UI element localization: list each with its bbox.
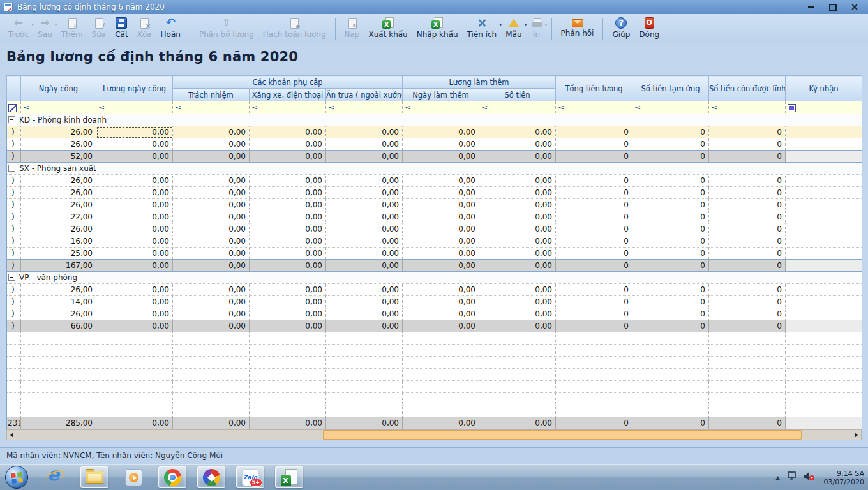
grid-cell-so_tien_tam_ung[interactable]: 0 [632, 138, 709, 151]
scroll-right-arrow[interactable] [850, 430, 861, 440]
grid-cell-ky_nhan[interactable] [786, 308, 862, 320]
grid-cell-trach_nhiem[interactable]: 0,00 [173, 175, 250, 187]
group-row-cell[interactable]: VP - văn phòng [7, 272, 862, 284]
grid-cell-so_tien_tam_ung[interactable]: 0 [632, 235, 709, 248]
feedback-button[interactable]: Phản hồi [557, 15, 599, 42]
hidden-icons-arrow[interactable]: ▲ [775, 475, 779, 480]
grid-cell-trach_nhiem[interactable]: 0,00 [173, 223, 250, 235]
delete-button[interactable]: Xóa [133, 15, 156, 42]
grid-cell-ngay_cong[interactable]: 26,00 [21, 175, 96, 187]
grid-cell-xang_xe_dien_thoai[interactable]: 0,00 [250, 284, 326, 296]
column-header-luong_ngay_cong[interactable]: Lương ngày công [96, 76, 173, 101]
grid-cell-so_tien[interactable]: 0,00 [479, 235, 556, 248]
taskbar-zalo[interactable]: 5+ [236, 466, 264, 488]
grid-cell-xang_xe_dien_thoai[interactable]: 0,00 [250, 296, 326, 308]
help-button[interactable]: Giúp [608, 15, 634, 42]
add-button[interactable]: Thêm [57, 15, 87, 42]
grid-cell-so_tien[interactable]: 0,00 [479, 138, 556, 151]
grid-cell-so_tien_con_duoc_linh[interactable]: 0 [709, 126, 786, 138]
grid-cell-so_tien[interactable]: 0,00 [479, 284, 556, 296]
grid-cell-trach_nhiem[interactable]: 0,00 [173, 296, 250, 308]
taskbar-clock[interactable]: 9:14 SA 03/07/2020 [821, 470, 864, 486]
grid-cell-trach_nhiem[interactable]: 0,00 [173, 235, 250, 248]
grid-cell-ngay_cong[interactable]: 26,00 [21, 199, 96, 211]
grid-cell-luong_ngay_cong[interactable]: 0,00 [96, 296, 173, 308]
grid-cell-trach_nhiem[interactable]: 0,00 [173, 308, 250, 320]
grid-cell-tong_tien_luong[interactable]: 0 [556, 199, 632, 211]
grid-cell-xang_xe_dien_thoai[interactable]: 0,00 [250, 175, 326, 187]
grid-cell-xang_xe_dien_thoai[interactable]: 0,00 [250, 223, 326, 235]
grid-cell-ky_nhan[interactable] [786, 248, 862, 260]
grid-cell-luong_ngay_cong[interactable]: 0,00 [96, 308, 173, 320]
grid-cell-xang_xe_dien_thoai[interactable]: 0,00 [250, 199, 326, 211]
grid-cell-ngay_lam_them[interactable]: 0,00 [403, 175, 479, 187]
grid-cell-ky_nhan[interactable] [786, 296, 862, 308]
grid-cell-ky_nhan[interactable] [786, 211, 862, 223]
grid-cell-ngay_cong[interactable]: 26,00 [21, 223, 96, 235]
grid-cell-so_tien_tam_ung[interactable]: 0 [632, 175, 709, 187]
grid-cell-ngay_lam_them[interactable]: 0,00 [403, 199, 479, 211]
column-header-so_tien_con_duoc_linh[interactable]: Số tiền còn được lĩnh [709, 76, 786, 101]
filter-cell-ky_nhan[interactable] [786, 101, 862, 114]
salary-accounting-button[interactable]: Hạch toán lương [258, 15, 331, 42]
grid-cell-ngay_cong[interactable]: 16,00 [21, 235, 96, 248]
group-row-cell[interactable]: KD - Phòng kinh doanh [7, 114, 862, 126]
grid-cell-so_tien[interactable]: 0,00 [479, 296, 556, 308]
filter-cell-xang_xe_dien_thoai[interactable]: ≤ [250, 101, 326, 114]
grid-cell-so_tien[interactable]: 0,00 [479, 308, 556, 320]
grid-cell-luong_ngay_cong[interactable]: 0,00 [96, 211, 173, 223]
scrollbar-thumb[interactable] [323, 430, 802, 440]
taskbar-pinwheel-app[interactable] [197, 466, 225, 488]
import-button[interactable]: Nhập khẩu [412, 15, 463, 42]
taskbar-chrome[interactable] [158, 466, 186, 488]
grid-cell-ngay_lam_them[interactable]: 0,00 [403, 126, 479, 138]
filter-cell-so_tien_con_duoc_linh[interactable]: ≤ [709, 101, 786, 114]
grid-cell-tong_tien_luong[interactable]: 0 [556, 187, 632, 199]
grid-cell-so_tien_con_duoc_linh[interactable]: 0 [709, 175, 786, 187]
grid-cell-an_trua[interactable]: 0,00 [326, 126, 403, 138]
grid-cell-trach_nhiem[interactable]: 0,00 [173, 284, 250, 296]
grid-cell-luong_ngay_cong[interactable]: 0,00 [96, 235, 173, 248]
grid-cell-so_tien_con_duoc_linh[interactable]: 0 [709, 248, 786, 260]
next-button[interactable]: ▾Sau [33, 15, 57, 42]
volume-muted-icon[interactable] [804, 471, 815, 484]
grid-cell-trach_nhiem[interactable]: 0,00 [173, 138, 250, 151]
grid-cell-so_tien_tam_ung[interactable]: 0 [632, 211, 709, 223]
column-header-xang_xe_dien_thoai[interactable]: Xăng xe, điện thoại [250, 89, 326, 101]
grid-cell-ngay_cong[interactable]: 26,00 [21, 187, 96, 199]
grid-cell-ngay_cong[interactable]: 26,00 [21, 126, 96, 138]
collapse-icon[interactable] [8, 116, 15, 123]
restore-button[interactable] [826, 3, 840, 12]
taskbar-media-player[interactable] [119, 466, 147, 488]
template-button[interactable]: ▾Mẫu [501, 15, 526, 42]
grid-cell-so_tien_con_duoc_linh[interactable]: 0 [709, 187, 786, 199]
grid-cell-ngay_lam_them[interactable]: 0,00 [403, 138, 479, 151]
grid-cell-so_tien_tam_ung[interactable]: 0 [632, 126, 709, 138]
grid-cell-xang_xe_dien_thoai[interactable]: 0,00 [250, 126, 326, 138]
grid-cell-xang_xe_dien_thoai[interactable]: 0,00 [250, 248, 326, 260]
filter-cell-trach_nhiem[interactable]: ≤ [173, 101, 250, 114]
taskbar-file-explorer[interactable] [80, 466, 108, 488]
grid-cell-so_tien_con_duoc_linh[interactable]: 0 [709, 199, 786, 211]
grid-cell-xang_xe_dien_thoai[interactable]: 0,00 [250, 138, 326, 151]
prev-button[interactable]: ▾Trước [4, 15, 33, 42]
grid-cell-xang_xe_dien_thoai[interactable]: 0,00 [250, 187, 326, 199]
column-header-an_trua[interactable]: Ăn trưa ( ngoài xưởng) [326, 89, 403, 101]
grid-cell-so_tien_tam_ung[interactable]: 0 [632, 296, 709, 308]
grid-cell-luong_ngay_cong[interactable]: 0,00 [96, 175, 173, 187]
grid-cell-trach_nhiem[interactable]: 0,00 [173, 187, 250, 199]
grid-cell-so_tien_con_duoc_linh[interactable]: 0 [709, 223, 786, 235]
grid-cell-so_tien_con_duoc_linh[interactable]: 0 [709, 308, 786, 320]
select-all-cell[interactable] [7, 101, 21, 114]
grid-cell-so_tien[interactable]: 0,00 [479, 199, 556, 211]
column-header-so_tien_tam_ung[interactable]: Số tiền tạm ứng [632, 76, 709, 101]
horizontal-scrollbar[interactable] [6, 429, 862, 440]
grid-cell-ngay_lam_them[interactable]: 0,00 [403, 223, 479, 235]
grid-cell-so_tien[interactable]: 0,00 [479, 126, 556, 138]
minimize-button[interactable] [804, 3, 818, 12]
grid-cell-xang_xe_dien_thoai[interactable]: 0,00 [250, 308, 326, 320]
column-header-ky_nhan[interactable]: Ký nhận [786, 76, 862, 101]
grid-cell-an_trua[interactable]: 0,00 [326, 235, 403, 248]
grid-cell-so_tien[interactable]: 0,00 [479, 175, 556, 187]
filter-cell-ngay_cong[interactable]: ≤ [21, 101, 96, 114]
